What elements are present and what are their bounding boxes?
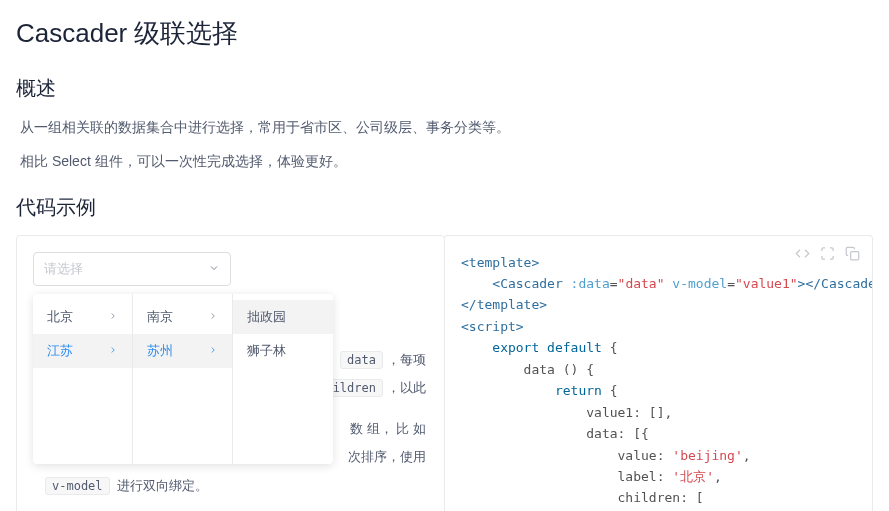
examples-heading: 代码示例: [16, 194, 873, 221]
code-card: <template> <Cascader :data="data" v-mode…: [444, 235, 873, 511]
code-toolbar: [795, 246, 860, 264]
overview-heading: 概述: [16, 75, 873, 102]
code-icon[interactable]: [795, 246, 810, 264]
demo-card: 请选择 北京江苏南京苏州拙政园狮子林 data，每项 ildren，以此 数 组…: [16, 235, 445, 511]
cascader-option[interactable]: 江苏: [33, 334, 132, 368]
overview-p2: 相比 Select 组件，可以一次性完成选择，体验更好。: [16, 150, 873, 174]
chevron-right-icon: [208, 309, 218, 324]
cascader-option[interactable]: 狮子林: [233, 334, 333, 368]
cascader-option[interactable]: 苏州: [133, 334, 232, 368]
code-chip: ildren: [326, 379, 383, 397]
svg-rect-0: [851, 251, 859, 259]
code-chip: v-model: [45, 477, 110, 495]
cascader-column: 北京江苏: [33, 294, 133, 464]
cascader-option[interactable]: 南京: [133, 300, 232, 334]
chevron-down-icon: [208, 261, 220, 277]
cascader-input[interactable]: 请选择: [33, 252, 231, 286]
cascader-column: 南京苏州: [133, 294, 233, 464]
cascader-placeholder: 请选择: [44, 260, 83, 278]
cascader-panel: 北京江苏南京苏州拙政园狮子林: [33, 294, 333, 464]
cascader-column: 拙政园狮子林: [233, 294, 333, 464]
overview-p1: 从一组相关联的数据集合中进行选择，常用于省市区、公司级层、事务分类等。: [16, 116, 873, 140]
chevron-right-icon: [208, 343, 218, 358]
chevron-right-icon: [108, 309, 118, 324]
chevron-right-icon: [108, 343, 118, 358]
copy-icon[interactable]: [845, 246, 860, 264]
page-title: Cascader 级联选择: [16, 16, 873, 51]
cascader-option[interactable]: 拙政园: [233, 300, 333, 334]
code-chip: data: [340, 351, 383, 369]
cascader-option[interactable]: 北京: [33, 300, 132, 334]
code-block: <template> <Cascader :data="data" v-mode…: [461, 252, 856, 509]
expand-icon[interactable]: [820, 246, 835, 264]
